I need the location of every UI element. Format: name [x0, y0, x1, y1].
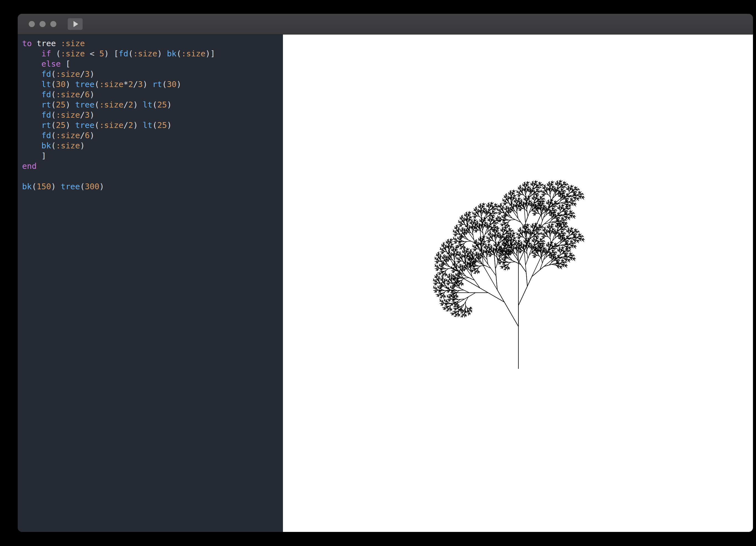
code-line: fd(:size/6) — [22, 90, 279, 100]
code-token: / — [80, 110, 85, 120]
code-token: fd — [41, 90, 51, 99]
code-token: tree — [75, 120, 95, 130]
title-bar — [18, 14, 753, 35]
code-token: [ — [61, 59, 70, 69]
code-token: rt — [41, 100, 51, 109]
code-token: / — [80, 69, 85, 79]
code-token: ] — [22, 151, 46, 161]
code-token: ) — [99, 182, 104, 191]
code-token: ( — [51, 90, 56, 99]
code-token: 3 — [138, 80, 143, 89]
code-token: ) — [167, 120, 172, 130]
code-line: end — [22, 161, 279, 171]
code-token: 6 — [85, 90, 90, 99]
code-token: ( — [51, 131, 56, 140]
code-token: ) — [90, 131, 94, 140]
code-token: 25 — [157, 120, 167, 130]
code-token: end — [22, 161, 36, 171]
code-token: / — [133, 80, 138, 89]
code-token: lt — [143, 120, 153, 130]
code-token: :size — [61, 39, 85, 48]
minimize-button[interactable] — [40, 21, 46, 27]
code-token: fd — [41, 131, 51, 140]
close-button[interactable] — [29, 21, 35, 27]
code-token: :size — [99, 100, 123, 109]
code-token: ) — [65, 100, 75, 109]
code-token: 2 — [128, 80, 133, 89]
code-token: 6 — [85, 131, 90, 140]
code-token: ( — [32, 182, 36, 191]
code-token: ( — [162, 80, 167, 89]
code-token: 25 — [56, 120, 65, 130]
code-token: if — [41, 49, 51, 58]
code-line: fd(:size/6) — [22, 130, 279, 141]
code-token — [56, 39, 61, 48]
code-line: fd(:size/3) — [22, 110, 279, 120]
code-token: :size — [56, 141, 80, 150]
code-token: lt — [41, 80, 51, 89]
code-token: bk — [167, 49, 177, 58]
zoom-button[interactable] — [50, 21, 56, 27]
code-token: bk — [41, 141, 51, 150]
code-token — [22, 59, 41, 69]
app-window: to tree :size if (:size < 5) [fd(:size) … — [18, 14, 753, 532]
code-token: 2 — [128, 120, 133, 130]
code-token: fd — [41, 69, 51, 79]
code-token: ( — [152, 120, 157, 130]
code-token: tree — [75, 100, 95, 109]
code-token: ( — [177, 49, 181, 58]
code-line: to tree :size — [22, 38, 279, 49]
code-token: :size — [56, 131, 80, 140]
code-token: ) — [167, 100, 172, 109]
code-token: tree — [61, 182, 80, 191]
code-token: :size — [181, 49, 205, 58]
code-token: 25 — [157, 100, 167, 109]
code-line: rt(25) tree(:size/2) lt(25) — [22, 120, 279, 130]
code-token: ( — [80, 182, 85, 191]
code-token: ) — [65, 80, 75, 89]
code-token: :size — [133, 49, 157, 58]
code-token — [22, 110, 41, 120]
code-token: 3 — [85, 69, 90, 79]
code-token: fd — [119, 49, 128, 58]
code-token — [22, 131, 41, 140]
code-token — [22, 49, 41, 58]
code-token: )] — [206, 49, 215, 58]
code-token: rt — [41, 120, 51, 130]
code-token: ) — [157, 49, 167, 58]
code-token: 30 — [167, 80, 177, 89]
code-token: :size — [61, 49, 85, 58]
code-token: ( — [51, 80, 56, 89]
code-token: ( — [95, 100, 99, 109]
code-token: 5 — [99, 49, 104, 58]
code-token: ) — [51, 182, 61, 191]
code-editor[interactable]: to tree :size if (:size < 5) [fd(:size) … — [18, 35, 283, 532]
code-token: ( — [51, 69, 56, 79]
code-token: ) — [80, 141, 85, 150]
code-token: ( — [51, 120, 56, 130]
code-token: 300 — [85, 182, 99, 191]
code-token: tree — [36, 39, 56, 48]
code-token — [22, 80, 41, 89]
window-content: to tree :size if (:size < 5) [fd(:size) … — [18, 35, 753, 532]
code-token: ) — [133, 100, 143, 109]
code-line: rt(25) tree(:size/2) lt(25) — [22, 100, 279, 110]
code-token: / — [124, 100, 128, 109]
code-token — [22, 120, 41, 130]
code-token: ) — [133, 120, 143, 130]
code-line — [22, 171, 279, 182]
run-button[interactable] — [68, 18, 83, 30]
code-token: ( — [51, 141, 56, 150]
code-token: ( — [152, 100, 157, 109]
code-token: fd — [41, 110, 51, 120]
code-line: bk(150) tree(300) — [22, 182, 279, 192]
code-line: ] — [22, 151, 279, 161]
code-token: :size — [56, 110, 80, 120]
code-token: :size — [56, 69, 80, 79]
code-token: tree — [75, 80, 95, 89]
drawing-panel — [283, 35, 753, 532]
code-token: ( — [51, 49, 61, 58]
code-token: lt — [143, 100, 153, 109]
play-icon — [73, 21, 78, 27]
code-token: ) — [90, 90, 94, 99]
